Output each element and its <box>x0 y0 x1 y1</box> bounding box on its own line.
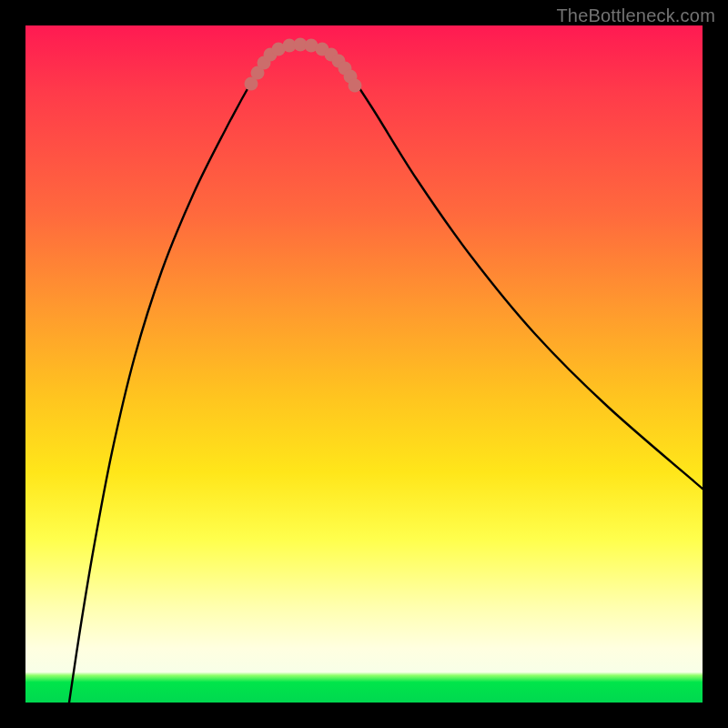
bottleneck-curve <box>25 25 703 703</box>
plot-area <box>25 25 703 703</box>
highlight-dot <box>349 79 362 93</box>
watermark-text: TheBottleneck.com <box>556 5 715 26</box>
curve-line <box>69 46 703 703</box>
highlight-dots <box>245 38 362 93</box>
